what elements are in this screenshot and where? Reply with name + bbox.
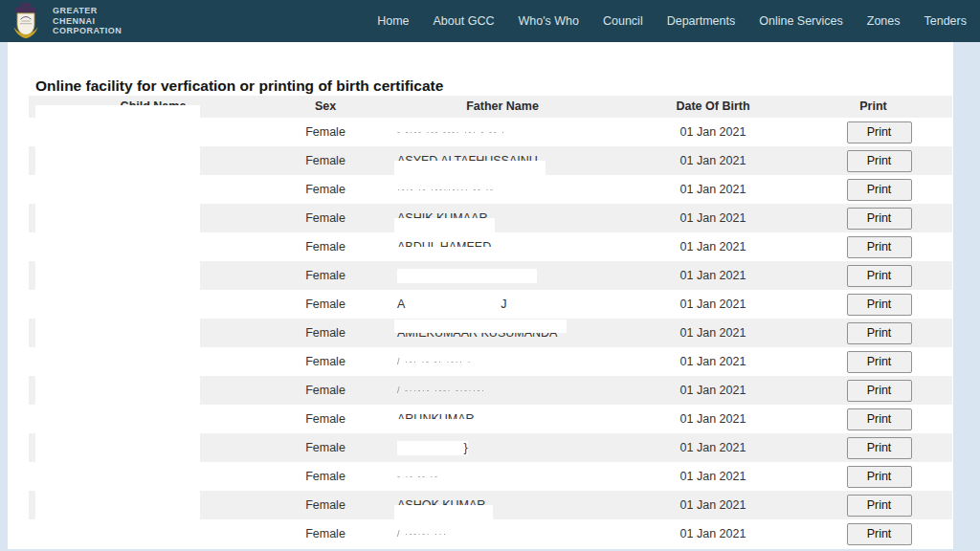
main-nav: Home About GCC Who's Who Council Departm… <box>377 14 967 28</box>
cell-father-name: ASHIK KUMAAR <box>373 204 632 232</box>
cell-print: Print <box>794 261 952 290</box>
father-name-fragment: / ·--·-· ··· <box>397 527 447 541</box>
father-name-fragment: / -··-·- ·--· -·-··-· <box>397 384 485 398</box>
print-button[interactable]: Print <box>847 179 912 201</box>
cell-print: Print <box>794 175 952 204</box>
cell-date-of-birth: 01 Jan 2021 <box>632 347 794 376</box>
print-button[interactable]: Print <box>847 380 912 402</box>
page-title: Online facility for verfication or print… <box>35 77 443 95</box>
top-navbar: GREATER CHENNAI CORPORATION Home About G… <box>0 0 980 42</box>
cell-print: Print <box>794 405 952 433</box>
brand-text: GREATER CHENNAI CORPORATION <box>53 6 122 36</box>
father-name-fragment: ARUNKUMAR <box>397 412 475 427</box>
cell-date-of-birth: 01 Jan 2021 <box>632 290 794 319</box>
cell-sex: Female <box>278 347 373 376</box>
cell-father-name: ABDUL HAMEED <box>373 232 632 261</box>
nav-item-home[interactable]: Home <box>377 14 409 28</box>
cell-date-of-birth: 01 Jan 2021 <box>632 146 794 175</box>
cell-sex: Female <box>278 376 373 405</box>
father-name-fragment: - -·-- ·-- ---· ·-· - -- · <box>397 125 505 140</box>
father-name-fragment: / ·-· ·- -· ·-·· · <box>397 355 472 369</box>
nav-item-tenders[interactable]: Tenders <box>924 14 967 28</box>
print-button[interactable]: Print <box>847 437 912 459</box>
nav-item-about-gcc[interactable]: About GCC <box>434 14 495 28</box>
cell-sex: Female <box>278 118 373 146</box>
print-button[interactable]: Print <box>847 150 912 172</box>
cell-date-of-birth: 01 Jan 2021 <box>632 261 794 290</box>
print-button[interactable]: Print <box>847 408 912 430</box>
father-name-fragment <box>397 269 537 283</box>
cell-date-of-birth: 01 Jan 2021 <box>632 376 794 405</box>
cell-print: Print <box>794 376 952 405</box>
cell-sex: Female <box>278 175 373 204</box>
print-button[interactable]: Print <box>847 121 912 143</box>
cell-print: Print <box>794 204 952 232</box>
cell-print: Print <box>794 146 952 175</box>
gcc-crest-logo <box>8 2 44 40</box>
cell-father-name <box>373 261 632 290</box>
cell-father-name: ASYED ALTAFHUSSAINU <box>373 146 632 175</box>
cell-sex: Female <box>278 319 373 347</box>
print-button[interactable]: Print <box>847 466 912 488</box>
nav-item-who-s-who[interactable]: Who's Who <box>518 14 579 28</box>
nav-item-online-services[interactable]: Online Services <box>759 14 843 28</box>
cell-sex: Female <box>278 146 373 175</box>
cell-print: Print <box>794 433 952 462</box>
father-name-fragment: ASHIK KUMAAR <box>397 211 487 226</box>
father-name-fragment: A J <box>397 298 507 312</box>
cell-date-of-birth: 01 Jan 2021 <box>632 405 794 433</box>
cell-father-name: - -·-- ·-- ---· ·-· - -- · <box>373 118 632 146</box>
header-sex: Sex <box>278 96 373 118</box>
father-name-fragment: ·-·- ·- ·--··-··· -- ·- <box>397 183 494 197</box>
father-name-fragment: AMIEKUMAAR KUSUMANDA <box>397 326 557 341</box>
father-name-fragment: ASYED ALTAFHUSSAINU <box>397 154 538 168</box>
print-button[interactable]: Print <box>847 495 912 517</box>
header-father-name: Father Name <box>373 96 632 118</box>
cell-date-of-birth: 01 Jan 2021 <box>632 319 794 347</box>
cell-father-name: ASHOK KUMAR <box>373 491 632 519</box>
cell-date-of-birth: 01 Jan 2021 <box>632 433 794 462</box>
print-button[interactable]: Print <box>847 322 912 344</box>
nav-item-departments[interactable]: Departments <box>667 14 736 28</box>
cell-print: Print <box>794 290 952 319</box>
print-button[interactable]: Print <box>847 236 912 258</box>
father-name-fragment: } <box>397 441 468 455</box>
cell-sex: Female <box>278 204 373 232</box>
brand-line-1: GREATER <box>53 6 122 16</box>
page-canvas: GREATER CHENNAI CORPORATION Home About G… <box>0 0 980 551</box>
brand-line-3: CORPORATION <box>53 26 122 36</box>
brand-line-2: CHENNAI <box>53 16 122 27</box>
cell-print: Print <box>794 519 952 548</box>
cell-father-name: A J <box>373 290 632 319</box>
print-button[interactable]: Print <box>847 208 912 230</box>
print-button[interactable]: Print <box>847 351 912 373</box>
cell-date-of-birth: 01 Jan 2021 <box>632 462 794 491</box>
print-button[interactable]: Print <box>847 523 912 545</box>
nav-item-council[interactable]: Council <box>603 14 643 28</box>
cell-sex: Female <box>278 462 373 491</box>
cell-print: Print <box>794 232 952 261</box>
cell-sex: Female <box>278 290 373 319</box>
cell-sex: Female <box>278 261 373 290</box>
cell-print: Print <box>794 347 952 376</box>
cell-father-name: - ·- -- ·- <box>373 462 632 491</box>
nav-item-zones[interactable]: Zones <box>867 14 901 28</box>
cell-father-name: } <box>373 433 632 462</box>
cell-date-of-birth: 01 Jan 2021 <box>632 519 794 548</box>
cell-print: Print <box>794 491 952 519</box>
cell-father-name: / ·--·-· ··· <box>373 519 632 548</box>
cell-print: Print <box>794 462 952 491</box>
cell-father-name: AMIEKUMAAR KUSUMANDA <box>373 319 632 347</box>
cell-father-name: ARUNKUMAR <box>373 405 632 433</box>
cell-sex: Female <box>278 232 373 261</box>
header-print: Print <box>794 96 952 118</box>
cell-sex: Female <box>278 433 373 462</box>
cell-sex: Female <box>278 519 373 548</box>
cell-sex: Female <box>278 491 373 519</box>
child-name-redaction-overlay <box>35 105 200 549</box>
father-name-fragment: ASHOK KUMAR <box>397 498 485 513</box>
print-button[interactable]: Print <box>847 265 912 287</box>
print-button[interactable]: Print <box>847 294 912 316</box>
father-name-fragment: - ·- -- ·- <box>397 470 438 484</box>
cell-father-name: / ·-· ·- -· ·-·· · <box>373 347 632 376</box>
